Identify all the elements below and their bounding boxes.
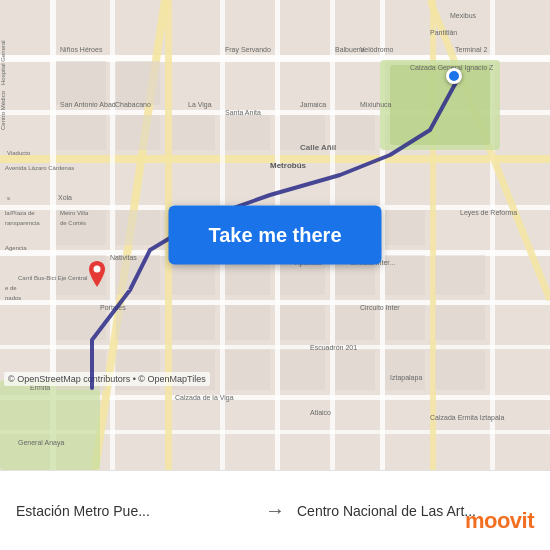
svg-text:Terminal 2: Terminal 2 (455, 46, 487, 53)
svg-text:Atlaico: Atlaico (310, 409, 331, 416)
svg-rect-62 (435, 350, 485, 390)
svg-rect-31 (335, 115, 375, 150)
svg-rect-40 (116, 255, 160, 295)
arrow-container: → (253, 499, 297, 522)
destination-pin (85, 261, 109, 285)
svg-rect-49 (172, 305, 215, 340)
map-copyright: © OpenStreetMap contributors • © OpenMap… (4, 372, 210, 386)
svg-rect-27 (116, 115, 160, 150)
svg-text:e de: e de (5, 285, 17, 291)
svg-text:ransparencia: ransparencia (5, 220, 40, 226)
svg-text:Viaducto: Viaducto (7, 150, 31, 156)
svg-rect-59 (280, 350, 325, 390)
svg-text:la/Plaza de: la/Plaza de (5, 210, 35, 216)
svg-rect-24 (56, 61, 106, 105)
svg-text:Mixiuhuca: Mixiuhuca (360, 101, 392, 108)
svg-text:Pantitlán: Pantitlán (430, 29, 457, 36)
svg-rect-46 (435, 255, 485, 295)
svg-text:Metro Villa: Metro Villa (60, 210, 89, 216)
map-container: Niños Héroes Hospital General Centro Méd… (0, 0, 550, 470)
svg-text:Avenida Lázaro Cárdenas: Avenida Lázaro Cárdenas (5, 165, 74, 171)
svg-text:Hospital General: Hospital General (0, 40, 6, 85)
svg-text:Agencia: Agencia (5, 245, 27, 251)
svg-text:General Anaya: General Anaya (18, 439, 64, 447)
svg-text:Jamaica: Jamaica (300, 101, 326, 108)
svg-text:Fray Servando: Fray Servando (225, 46, 271, 54)
direction-arrow-icon: → (265, 499, 285, 522)
svg-text:Chabacano: Chabacano (115, 101, 151, 108)
svg-rect-54 (435, 305, 485, 340)
svg-rect-25 (116, 61, 160, 105)
svg-text:Iztapalapa: Iztapalapa (390, 374, 422, 382)
svg-text:Calle Añil: Calle Añil (300, 143, 336, 152)
svg-rect-29 (225, 115, 270, 150)
svg-rect-47 (56, 305, 106, 340)
moovit-brand-name: moovit (465, 508, 534, 534)
origin-station-name: Estación Metro Pue... (16, 503, 253, 519)
svg-text:Calzada Ermita Iztapala: Calzada Ermita Iztapala (430, 414, 504, 422)
svg-rect-26 (56, 115, 106, 150)
svg-text:Niños Héroes: Niños Héroes (60, 46, 103, 53)
origin-station: Estación Metro Pue... (16, 503, 253, 519)
svg-text:Circuito Inter: Circuito Inter (360, 304, 400, 311)
svg-point-107 (94, 266, 101, 273)
svg-text:Centro Médico: Centro Médico (0, 90, 6, 130)
svg-text:La Viga: La Viga (188, 101, 212, 109)
svg-text:San Antonio Abad: San Antonio Abad (60, 101, 116, 108)
svg-text:Carril Bus-Bici Eje Central: Carril Bus-Bici Eje Central (18, 275, 87, 281)
svg-rect-58 (225, 350, 270, 390)
svg-text:Xola: Xola (58, 194, 72, 201)
svg-rect-38 (385, 210, 425, 245)
svg-rect-33 (116, 210, 160, 245)
svg-text:Nativitas: Nativitas (110, 254, 137, 261)
svg-text:Calzada de la Viga: Calzada de la Viga (175, 394, 234, 402)
svg-rect-22 (390, 65, 490, 145)
svg-text:de Cortés: de Cortés (60, 220, 86, 226)
bottom-bar: Estación Metro Pue... → Centro Nacional … (0, 470, 550, 550)
svg-rect-23 (0, 380, 100, 470)
svg-text:Portales: Portales (100, 304, 126, 311)
svg-text:Escuadrón 201: Escuadrón 201 (310, 344, 357, 351)
svg-rect-28 (172, 115, 215, 150)
svg-rect-60 (335, 350, 375, 390)
svg-text:s: s (7, 195, 10, 201)
svg-text:Mexibus: Mexibus (450, 12, 477, 19)
svg-text:Leyes de Reforma: Leyes de Reforma (460, 209, 517, 217)
svg-text:Santa Anita: Santa Anita (225, 109, 261, 116)
moovit-logo: moovit (465, 508, 534, 534)
svg-rect-51 (280, 305, 325, 340)
svg-text:Velódromo: Velódromo (360, 46, 394, 53)
svg-text:nados: nados (5, 295, 21, 301)
take-me-there-button[interactable]: Take me there (168, 206, 381, 265)
origin-pin (446, 68, 462, 84)
svg-rect-50 (225, 305, 270, 340)
svg-text:Metrobús: Metrobús (270, 161, 307, 170)
svg-rect-61 (385, 350, 425, 390)
svg-rect-11 (110, 0, 115, 470)
